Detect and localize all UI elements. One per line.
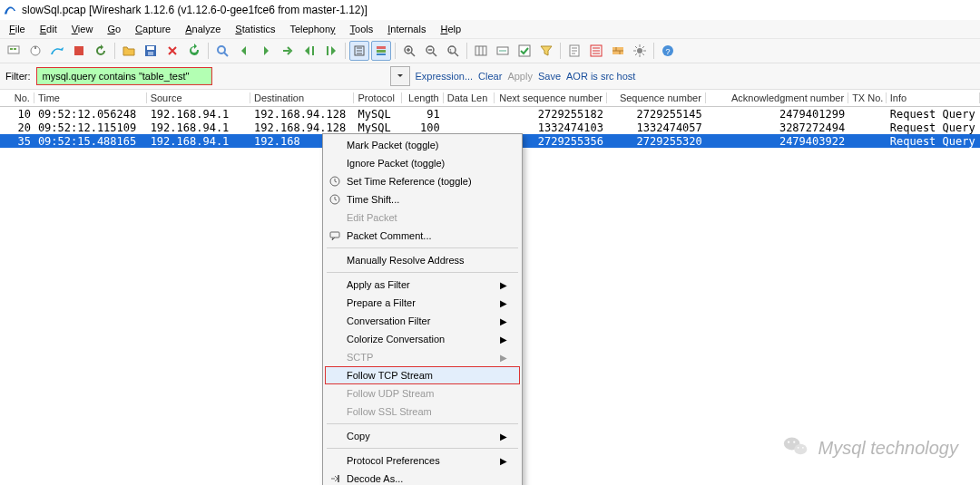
ctx-set-time-reference[interactable]: Set Time Reference (toggle) — [325, 172, 520, 190]
filter-expression-button[interactable]: Expression... — [416, 71, 474, 82]
tb-firewall-icon[interactable] — [608, 41, 628, 61]
ctx-sctp: SCTP▶ — [325, 348, 520, 366]
toolbar-separator — [560, 43, 561, 59]
col-seq[interactable]: Sequence number — [607, 92, 706, 103]
tb-options-icon[interactable] — [25, 41, 45, 61]
tb-start-icon[interactable] — [47, 41, 67, 61]
filter-dropdown-button[interactable] — [390, 66, 410, 86]
ctx-packet-comment[interactable]: Packet Comment... — [325, 227, 520, 245]
menu-telephony[interactable]: Telephony — [284, 22, 340, 36]
col-time[interactable]: Time — [34, 92, 147, 103]
toolbar-separator — [114, 43, 115, 59]
col-next-seq[interactable]: Next sequence number — [495, 92, 607, 103]
tb-goto-icon[interactable] — [278, 41, 298, 61]
tb-open-icon[interactable] — [119, 41, 139, 61]
tb-wiki-icon[interactable] — [564, 41, 584, 61]
svg-rect-2 — [14, 48, 16, 50]
menu-statistics[interactable]: Statistics — [230, 22, 280, 36]
svg-rect-11 — [327, 46, 328, 55]
tb-zoom100-icon[interactable]: 1 — [443, 41, 463, 61]
ctx-separator — [327, 247, 518, 248]
col-destination[interactable]: Destination — [250, 92, 354, 103]
ctx-time-shift[interactable]: Time Shift... — [325, 190, 520, 209]
tb-save-icon[interactable] — [141, 41, 161, 61]
col-txno[interactable]: TX No. — [848, 92, 887, 103]
svg-point-39 — [794, 441, 796, 442]
filter-input[interactable] — [37, 68, 211, 84]
tb-first-icon[interactable] — [299, 41, 319, 61]
tb-stop-icon[interactable] — [69, 41, 89, 61]
tb-zoomin-icon[interactable] — [399, 41, 419, 61]
tb-filter-icon[interactable] — [536, 41, 556, 61]
menu-go[interactable]: Go — [102, 22, 126, 36]
ctx-protocol-preferences[interactable]: Protocol Preferences▶ — [325, 451, 520, 470]
col-datalen[interactable]: Data Len — [444, 92, 495, 103]
packet-row[interactable]: 20 09:52:12.115109 192.168.94.1 192.168.… — [0, 121, 980, 134]
filter-apply-button[interactable]: Apply — [507, 71, 533, 82]
clock-icon — [328, 193, 341, 206]
ctx-mark-packet[interactable]: Mark Packet (toggle) — [325, 136, 520, 154]
tb-captureopts-icon[interactable] — [493, 41, 513, 61]
menu-file[interactable]: File — [4, 22, 31, 36]
tb-next-icon[interactable] — [256, 41, 276, 61]
col-protocol[interactable]: Protocol — [354, 92, 402, 103]
svg-rect-20 — [475, 46, 486, 55]
tb-close-icon[interactable] — [162, 41, 182, 61]
ctx-decode-as[interactable]: Decode As... — [325, 470, 520, 485]
title-bar: slowSql.pcap [Wireshark 1.12.6 (v1.12.6-… — [0, 0, 980, 20]
menu-help[interactable]: Help — [435, 22, 466, 36]
menu-capture[interactable]: Capture — [130, 22, 176, 36]
filter-input-wrap — [36, 67, 212, 85]
col-source[interactable]: Source — [147, 92, 250, 103]
ctx-apply-filter[interactable]: Apply as Filter▶ — [325, 276, 520, 294]
ctx-resolve-address[interactable]: Manually Resolve Address — [325, 251, 520, 269]
menu-edit[interactable]: Edit — [34, 22, 63, 36]
decode-icon — [328, 472, 341, 485]
menu-tools[interactable]: Tools — [345, 22, 379, 36]
ctx-prepare-filter[interactable]: Prepare a Filter▶ — [325, 294, 520, 312]
filter-save-button[interactable]: Save — [538, 71, 561, 82]
tb-colorize-icon[interactable] — [371, 41, 391, 61]
toolbar: 1 ? — [0, 39, 980, 63]
svg-point-41 — [802, 447, 804, 449]
ctx-conversation-filter[interactable]: Conversation Filter▶ — [325, 312, 520, 330]
svg-text:1: 1 — [449, 48, 453, 53]
tb-interfaces-icon[interactable] — [4, 41, 24, 61]
ctx-separator — [327, 448, 518, 449]
tb-prev-icon[interactable] — [234, 41, 254, 61]
ctx-follow-ssl-stream: Follow SSL Stream — [325, 403, 520, 421]
col-info[interactable]: Info — [887, 92, 980, 103]
tb-checkbox-icon[interactable] — [514, 41, 534, 61]
tb-autoscroll-icon[interactable] — [349, 41, 369, 61]
col-ack[interactable]: Acknowledgment number — [706, 92, 848, 103]
tb-resize-cols-icon[interactable] — [471, 41, 491, 61]
tb-find-icon[interactable] — [212, 41, 232, 61]
ctx-follow-tcp-stream[interactable]: Follow TCP Stream — [325, 366, 520, 384]
ctx-colorize-conversation[interactable]: Colorize Conversation▶ — [325, 330, 520, 348]
svg-rect-15 — [377, 53, 386, 55]
svg-rect-31 — [330, 232, 339, 238]
ctx-separator — [327, 423, 518, 424]
menu-analyze[interactable]: Analyze — [180, 22, 226, 36]
submenu-arrow-icon: ▶ — [500, 316, 507, 326]
tb-reload-icon[interactable] — [184, 41, 204, 61]
menu-view[interactable]: View — [66, 22, 99, 36]
svg-rect-4 — [34, 46, 36, 49]
filter-extra-button[interactable]: AOR is src host — [566, 71, 635, 82]
tb-last-icon[interactable] — [321, 41, 341, 61]
packet-row[interactable]: 10 09:52:12.056248 192.168.94.1 192.168.… — [0, 107, 980, 121]
tb-help-icon[interactable]: ? — [658, 41, 678, 61]
filter-clear-button[interactable]: Clear — [478, 71, 502, 82]
menu-internals[interactable]: Internals — [382, 22, 431, 36]
tb-restart-icon[interactable] — [91, 41, 111, 61]
tb-protohier-icon[interactable] — [586, 41, 606, 61]
ctx-copy[interactable]: Copy▶ — [325, 427, 520, 445]
submenu-arrow-icon: ▶ — [500, 432, 507, 441]
col-no[interactable]: No. — [0, 92, 34, 103]
tb-prefs-icon[interactable] — [630, 41, 650, 61]
svg-point-40 — [798, 447, 799, 449]
tb-zoomout-icon[interactable] — [421, 41, 441, 61]
submenu-arrow-icon: ▶ — [500, 298, 507, 308]
ctx-ignore-packet[interactable]: Ignore Packet (toggle) — [325, 154, 520, 172]
col-length[interactable]: Length — [402, 92, 443, 103]
